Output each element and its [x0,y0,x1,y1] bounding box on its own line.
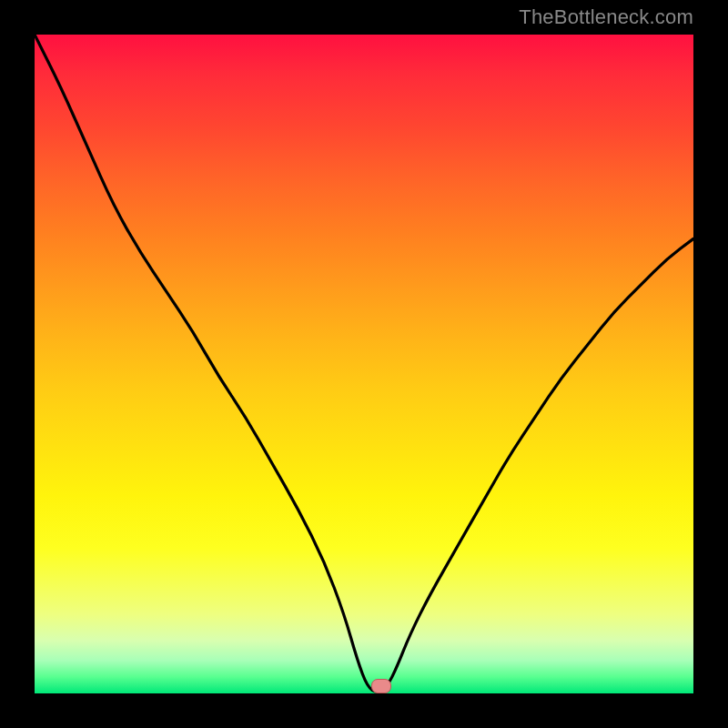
plot-area [35,35,693,693]
chart-frame: TheBottleneck.com [0,0,728,728]
watermark-text: TheBottleneck.com [519,5,693,29]
optimal-point-marker [371,679,391,693]
bottleneck-curve [35,35,693,693]
